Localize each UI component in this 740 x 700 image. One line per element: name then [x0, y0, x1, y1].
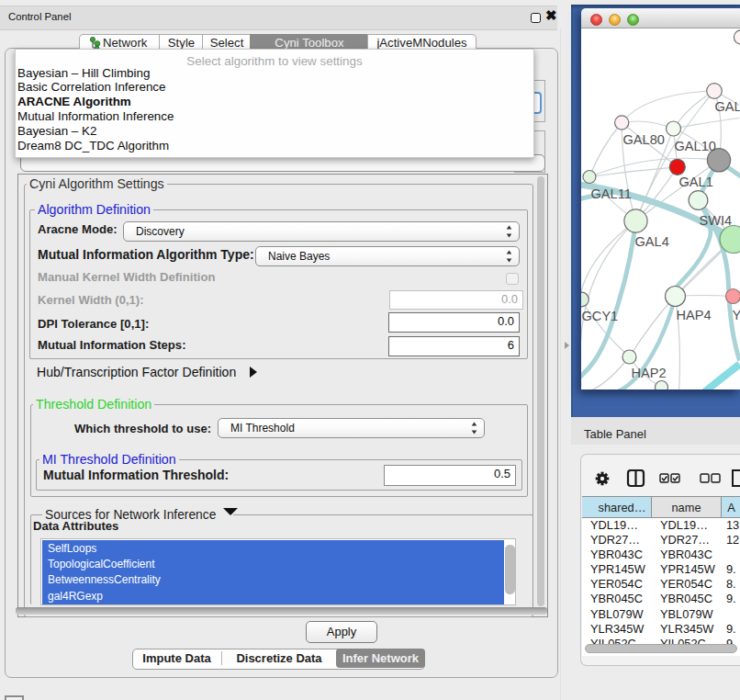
svg-text:GCY1: GCY1	[582, 309, 619, 323]
svg-text:GAL7: GAL7	[715, 99, 740, 114]
svg-text:GAL1: GAL1	[679, 175, 713, 189]
svg-text:HAP4: HAP4	[677, 308, 712, 322]
svg-text:GAL11: GAL11	[591, 186, 632, 201]
svg-text:SWI4: SWI4	[700, 213, 733, 228]
svg-text:GAL4: GAL4	[635, 234, 669, 249]
svg-text:HAP2: HAP2	[632, 366, 667, 380]
svg-text:YM: YM	[733, 308, 740, 322]
svg-text:GAL10: GAL10	[675, 139, 716, 153]
svg-text:GAL80: GAL80	[623, 132, 665, 147]
